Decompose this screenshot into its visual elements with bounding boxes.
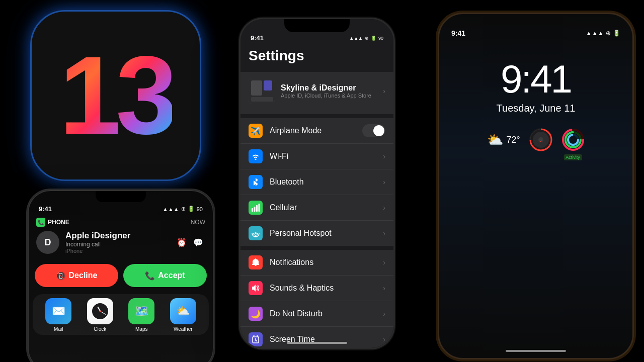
home-indicator-mid (287, 342, 347, 344)
right-status-time: 9:41 (451, 29, 465, 37)
maps-icon: 🗺️ (128, 298, 154, 324)
mid-wifi-icon: ⊕ (365, 36, 369, 41)
weather-label: Weather (174, 326, 193, 332)
screentime-icon (249, 332, 263, 346)
bluetooth-row[interactable]: Bluetooth › (240, 169, 393, 195)
mid-battery-icon: 🔋 (371, 36, 376, 41)
dnd-icon: 🌙 (249, 307, 263, 321)
cellular-icon (249, 201, 263, 215)
weather-widget: ⛅ 72° (487, 132, 520, 148)
hotspot-icon (249, 226, 263, 240)
hotspot-row[interactable]: Personal Hotspot › (240, 221, 393, 246)
battery-icon: 🔋 (188, 206, 195, 212)
svg-rect-7 (259, 204, 260, 212)
message-icon[interactable]: 💬 (191, 235, 205, 249)
weather-icon: ⛅ (170, 298, 196, 324)
activity-label: Activity (564, 154, 582, 160)
call-source-label: 📞 PHONE (36, 218, 69, 227)
wifi-icon: ⊕ (181, 206, 186, 212)
mid-battery-level: 90 (378, 36, 383, 41)
svg-text:♪: ♪ (540, 138, 542, 143)
profile-avatar (249, 78, 275, 104)
svg-rect-3 (251, 97, 273, 102)
right-wifi-icon: ⊕ (606, 30, 611, 37)
dock-apps: ✉️ Mail Clock 🗺️ Maps ⛅ Weathe (33, 294, 209, 335)
app-mail[interactable]: ✉️ Mail (45, 298, 71, 332)
clock-label: Clock (94, 326, 106, 332)
mid-side-btn (393, 79, 395, 115)
caller-subtitle: Incoming call (65, 241, 130, 248)
weather-temperature: 72° (506, 135, 520, 145)
bluetooth-icon (249, 175, 263, 189)
ios13-logo: 13 (30, 10, 201, 181)
notifications-icon (249, 255, 263, 269)
airplane-label: Airplane Mode (270, 126, 355, 135)
accept-phone-icon: 📞 (145, 271, 155, 281)
right-battery-icon: 🔋 (613, 30, 620, 37)
music-widget[interactable]: ♪ (529, 128, 552, 151)
notifications-label: Notifications (270, 258, 376, 267)
svg-rect-4 (252, 208, 253, 212)
profile-section: Skyline & iDesigner Apple ID, iCloud, iT… (240, 72, 393, 114)
activity-widget: Activity (561, 128, 585, 151)
app-maps[interactable]: 🗺️ Maps (128, 298, 154, 332)
profile-avatar-inner (249, 78, 275, 104)
sounds-chevron: › (383, 284, 385, 292)
mid-notch (284, 19, 350, 32)
screentime-row[interactable]: Screen Time › (240, 327, 393, 348)
mid-signal-icon: ▲▲▲ (349, 36, 363, 41)
accept-label: Accept (158, 271, 185, 280)
notifications-chevron: › (383, 258, 385, 266)
clock-icon (87, 298, 113, 324)
right-status-bar: 9:41 ▲▲▲ ⊕ 🔋 (439, 29, 632, 37)
wifi-row[interactable]: Wi-Fi › (240, 144, 393, 169)
maps-label: Maps (135, 326, 147, 332)
dnd-label: Do Not Disturb (270, 309, 376, 318)
wifi-label: Wi-Fi (270, 152, 376, 161)
notifications-row[interactable]: Notifications › (240, 250, 393, 276)
sounds-row[interactable]: Sounds & Haptics › (240, 276, 393, 301)
svg-rect-6 (256, 205, 258, 212)
right-signal-icon: ▲▲▲ (586, 30, 604, 37)
profile-row[interactable]: Skyline & iDesigner Apple ID, iCloud, iT… (240, 72, 393, 110)
caller-avatar: D (36, 231, 59, 254)
app-clock[interactable]: Clock (87, 298, 113, 332)
call-source-text: PHONE (48, 219, 69, 226)
profile-info: Skyline & iDesigner Apple ID, iCloud, iT… (281, 83, 371, 99)
cellular-row[interactable]: Cellular › (240, 195, 393, 221)
settings-screen: 9:41 ▲▲▲ ⊕ 🔋 90 Settings (240, 19, 393, 348)
right-status-icons: ▲▲▲ ⊕ 🔋 (586, 30, 620, 37)
phone-app-icon: 📞 (36, 218, 45, 227)
left-notch (96, 191, 146, 202)
hotspot-chevron: › (383, 229, 385, 237)
bluetooth-chevron: › (383, 178, 385, 186)
caller-info: D Apple iDesigner Incoming call iPhone ⏰… (36, 231, 205, 254)
mail-label: Mail (54, 326, 63, 332)
settings-title: Settings (240, 42, 393, 72)
home-indicator-right (506, 350, 566, 352)
airplane-toggle[interactable] (362, 124, 385, 137)
sounds-label: Sounds & Haptics (270, 284, 376, 293)
battery-level: 90 (197, 206, 203, 212)
accept-button[interactable]: 📞 Accept (123, 264, 207, 287)
lock-time: 9:41 (501, 59, 571, 99)
mail-icon: ✉️ (45, 298, 71, 324)
screentime-chevron: › (383, 335, 385, 343)
reminder-icon[interactable]: ⏰ (175, 235, 189, 249)
lockscreen: 9:41 ▲▲▲ ⊕ 🔋 9:41 Tuesday, June 11 ⛅ 72° (439, 14, 632, 358)
airplane-mode-row[interactable]: ✈️ Airplane Mode (240, 118, 393, 144)
sounds-icon (249, 281, 263, 295)
svg-rect-2 (264, 80, 272, 90)
app-weather[interactable]: ⛅ Weather (170, 298, 196, 332)
mid-vol-up (239, 69, 240, 89)
lock-widgets: ⛅ 72° ♪ (487, 128, 584, 151)
decline-button[interactable]: 📵 Decline (35, 264, 118, 287)
dnd-row[interactable]: 🌙 Do Not Disturb › (240, 301, 393, 327)
wifi-settings-icon (249, 149, 263, 163)
profile-subtitle: Apple ID, iCloud, iTunes & App Store (281, 93, 371, 99)
call-time: NOW (191, 219, 205, 226)
profile-name: Skyline & iDesigner (281, 83, 371, 93)
wifi-chevron: › (383, 152, 385, 160)
bluetooth-label: Bluetooth (270, 177, 376, 187)
svg-rect-5 (254, 207, 256, 212)
